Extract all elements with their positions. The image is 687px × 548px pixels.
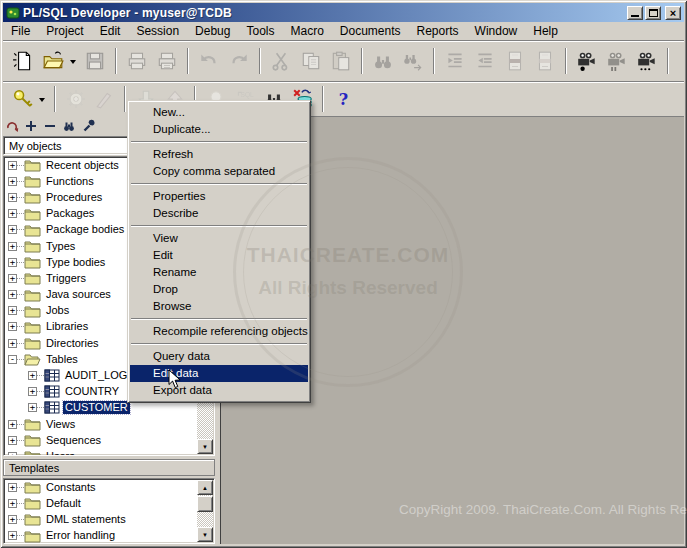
scroll-down-icon[interactable]: ▼ (197, 527, 213, 542)
context-menu-item-new[interactable]: New... (130, 104, 308, 121)
context-menu-item-describe[interactable]: Describe (130, 205, 308, 222)
tree-connector (17, 165, 24, 166)
menu-reports[interactable]: Reports (409, 23, 467, 39)
play-macro-button[interactable] (632, 46, 662, 76)
context-menu-item-browse[interactable]: Browse (130, 298, 308, 315)
browser-preferences-button[interactable] (81, 119, 95, 133)
expand-all-button[interactable] (24, 119, 38, 133)
tree-item-users[interactable]: +Users (4, 448, 214, 456)
expand-toggle[interactable]: + (8, 258, 17, 267)
templates-header[interactable]: Templates (3, 459, 215, 476)
new-session-button[interactable] (8, 85, 37, 113)
context-menu-item-properties[interactable]: Properties (130, 188, 308, 205)
expand-toggle[interactable]: - (8, 355, 17, 364)
context-menu-item-recompile-referencing-objects[interactable]: Recompile referencing objects (130, 323, 308, 340)
new-button[interactable] (8, 46, 38, 76)
context-menu-item-copy-comma-separated[interactable]: Copy comma separated (130, 163, 308, 180)
menu-edit[interactable]: Edit (92, 23, 129, 39)
expand-toggle[interactable]: + (8, 242, 17, 251)
expand-toggle[interactable]: + (8, 483, 17, 492)
expand-toggle[interactable]: + (8, 225, 17, 234)
menu-tools[interactable]: Tools (238, 23, 282, 39)
expand-toggle[interactable]: + (8, 193, 17, 202)
print-button (122, 46, 152, 76)
expand-toggle[interactable]: + (8, 209, 17, 218)
refresh-button[interactable] (5, 119, 19, 133)
tree-item-constants[interactable]: +Constants (4, 479, 214, 495)
table-context-menu: New...Duplicate...RefreshCopy comma sepa… (127, 100, 311, 403)
expand-toggle[interactable]: + (8, 322, 17, 331)
expand-toggle[interactable]: + (8, 274, 17, 283)
context-menu-item-rename[interactable]: Rename (130, 264, 308, 281)
folder-icon (24, 255, 41, 269)
expand-toggle[interactable]: + (8, 515, 17, 524)
menu-documents[interactable]: Documents (332, 23, 409, 39)
tree-item-default[interactable]: +Default (4, 495, 214, 511)
macro-record-icon (576, 50, 598, 72)
minimize-button[interactable] (627, 6, 643, 20)
expand-toggle[interactable]: + (8, 499, 17, 508)
menu-window[interactable]: Window (467, 23, 526, 39)
menu-project[interactable]: Project (38, 23, 91, 39)
menu-help[interactable]: Help (525, 23, 566, 39)
context-menu-item-view[interactable]: View (130, 230, 308, 247)
expand-toggle[interactable]: + (8, 420, 17, 429)
menu-macro[interactable]: Macro (282, 23, 331, 39)
open-button[interactable] (38, 46, 68, 76)
close-button[interactable]: × (665, 6, 681, 20)
folder-icon (24, 158, 41, 172)
expand-toggle[interactable]: + (28, 387, 37, 396)
tree-item-label: Constants (44, 481, 98, 494)
binoculars-icon (372, 50, 394, 72)
break-button (90, 85, 119, 113)
folder-open-icon (24, 352, 41, 366)
tree-item-error-handling[interactable]: +Error handling (4, 528, 214, 544)
find-object-button[interactable] (62, 119, 76, 133)
context-menu-item-duplicate[interactable]: Duplicate... (130, 121, 308, 138)
expand-toggle[interactable]: + (8, 306, 17, 315)
scroll-down-icon[interactable]: ▼ (197, 439, 213, 454)
collapse-all-button[interactable] (43, 119, 57, 133)
expand-toggle[interactable]: + (8, 436, 17, 445)
folder-icon (24, 336, 41, 350)
context-menu-item-query-data[interactable]: Query data (130, 348, 308, 365)
record-macro-button[interactable] (572, 46, 602, 76)
tree-item-label: Tables (44, 353, 80, 366)
expand-toggle[interactable]: + (8, 177, 17, 186)
folder-icon (24, 304, 41, 318)
context-menu-item-drop[interactable]: Drop (130, 281, 308, 298)
dropdown-arrow-icon[interactable] (70, 60, 76, 67)
templates-scrollbar[interactable]: ▲ ▼ (197, 480, 213, 542)
print-options-button (152, 46, 182, 76)
tree-item-sequences[interactable]: +Sequences (4, 432, 214, 448)
templates-scrollbar-thumb[interactable] (197, 496, 213, 512)
minus-small-icon (43, 119, 57, 133)
context-menu-item-refresh[interactable]: Refresh (130, 146, 308, 163)
tree-item-views[interactable]: +Views (4, 416, 214, 432)
menu-file[interactable]: File (3, 23, 38, 39)
help-button[interactable]: ? (329, 85, 358, 113)
expand-toggle[interactable]: + (8, 452, 17, 456)
context-menu-item-edit[interactable]: Edit (130, 247, 308, 264)
tree-item-label: Procedures (44, 191, 104, 204)
unindent-icon (474, 50, 496, 72)
expand-toggle[interactable]: + (8, 339, 17, 348)
context-menu-item-export-data[interactable]: Export data (130, 382, 308, 399)
key-icon (12, 88, 34, 110)
menu-debug[interactable]: Debug (187, 23, 238, 39)
tree-connector (17, 535, 24, 536)
tree-item-dml-statements[interactable]: +DML statements (4, 511, 214, 527)
save-button (80, 46, 110, 76)
tree-connector (17, 359, 24, 360)
context-menu-item-edit-data[interactable]: Edit data (130, 365, 308, 382)
scroll-up-icon[interactable]: ▲ (197, 480, 213, 495)
expand-toggle[interactable]: + (8, 531, 17, 540)
expand-toggle[interactable]: + (28, 403, 37, 412)
maximize-button[interactable] (645, 6, 661, 20)
menu-session[interactable]: Session (128, 23, 187, 39)
expand-toggle[interactable]: + (8, 161, 17, 170)
expand-toggle[interactable]: + (8, 290, 17, 299)
toolbar-separator (115, 48, 117, 74)
expand-toggle[interactable]: + (28, 371, 37, 380)
dropdown-arrow-icon[interactable] (39, 98, 45, 105)
